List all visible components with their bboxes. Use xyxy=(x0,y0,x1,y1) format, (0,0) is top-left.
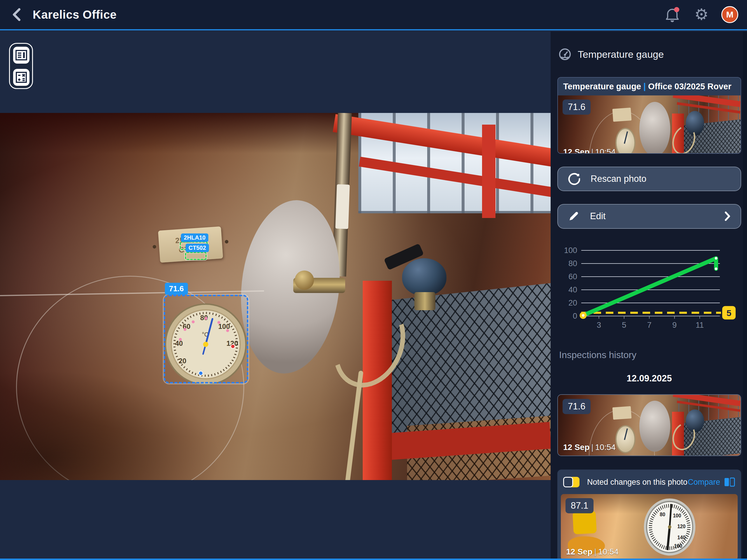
reading-badge: 87.1 xyxy=(566,498,594,513)
back-chevron-icon xyxy=(12,7,22,22)
trend-chart: 0204060801003579115 xyxy=(557,245,741,334)
timestamp: 12 Sep|10:54 xyxy=(563,147,616,154)
timestamp-time: 10:54 xyxy=(595,443,616,452)
timestamp-date: 12 Sep xyxy=(563,147,589,154)
timestamp-separator: | xyxy=(592,547,598,556)
inspection-photo[interactable]: 2HLA10 CT502 20 40 60 80 100 120 °C xyxy=(0,113,550,480)
sidebar-scrollbar[interactable] xyxy=(743,31,747,560)
gauge-icon xyxy=(559,48,571,61)
top-bar: Karelics Office ⚙ M xyxy=(0,0,747,30)
sidebar-title: Temperature gauge xyxy=(578,49,664,60)
annotation-code-label[interactable]: CT502 xyxy=(186,244,209,252)
x-tick-label: 5 xyxy=(622,321,626,329)
compare-label: Compare xyxy=(688,478,720,487)
scene-gauge-needle xyxy=(624,131,628,144)
current-card-header: Temperature gauge|Office 03/2025 Rover xyxy=(558,78,741,96)
reading-badge: 71.6 xyxy=(563,399,591,414)
reading-badge: 71.6 xyxy=(563,100,591,115)
avatar[interactable]: M xyxy=(721,6,738,23)
noted-changes-label: Noted changes on this photo xyxy=(587,478,688,487)
y-tick-label: 100 xyxy=(564,246,577,255)
svg-text:160: 160 xyxy=(674,543,682,549)
svg-text:120: 120 xyxy=(677,523,686,529)
noted-change-highlight-1 xyxy=(572,511,597,534)
current-card-name: Temperature gauge xyxy=(563,82,641,91)
y-tick-label: 80 xyxy=(568,259,577,268)
current-card-thumbnail[interactable]: 71.6 12 Sep|10:54 xyxy=(558,96,741,154)
timestamp-separator: | xyxy=(589,147,595,154)
noted-thumbnail[interactable]: 80 100 120 140 160 87.1 12 Sep|10:54 xyxy=(561,494,738,560)
trend-line xyxy=(583,258,716,315)
edit-button[interactable]: Edit xyxy=(557,204,741,229)
timestamp-time: 10:54 xyxy=(598,547,619,556)
edit-label: Edit xyxy=(590,211,606,222)
trend-point xyxy=(582,314,585,316)
chevron-right-icon xyxy=(724,211,731,221)
gear-icon: ⚙ xyxy=(694,7,709,23)
avatar-initial: M xyxy=(726,10,733,20)
noted-changes-toggle[interactable] xyxy=(563,477,579,487)
notification-dot xyxy=(674,7,679,12)
inspections-history-heading: Inspections history xyxy=(559,350,741,360)
report-list-icon xyxy=(16,50,27,60)
photo-view-controls xyxy=(9,43,33,89)
y-tick-label: 20 xyxy=(568,299,577,307)
notifications-button[interactable] xyxy=(663,5,681,24)
x-tick-label: 3 xyxy=(597,321,601,329)
annotation-reading-label[interactable]: 71.6 xyxy=(165,283,188,295)
annotation-green-box-2[interactable] xyxy=(185,252,207,260)
report-view-button[interactable] xyxy=(13,47,29,63)
history-item-2[interactable]: Noted changes on this photo Compare xyxy=(557,469,741,560)
toggle-off-segment xyxy=(563,477,573,487)
trend-chart-svg: 0204060801003579115 xyxy=(557,245,743,333)
app-root: Karelics Office ⚙ M xyxy=(0,0,747,560)
annotation-gauge-box[interactable] xyxy=(164,295,248,383)
bottom-accent-line xyxy=(0,559,747,560)
y-tick-label: 0 xyxy=(573,312,577,321)
trend-point xyxy=(715,267,718,270)
scene-gauge xyxy=(615,425,636,453)
y-tick-label: 40 xyxy=(568,285,577,294)
rescan-photo-button[interactable]: Rescan photo xyxy=(557,167,741,191)
settings-button[interactable]: ⚙ xyxy=(692,5,711,24)
page-title: Karelics Office xyxy=(33,8,117,21)
x-tick-label: 7 xyxy=(647,321,651,329)
history-date-group: 12.09.2025 xyxy=(557,373,741,384)
photo-pipe-tag xyxy=(335,184,350,229)
timestamp-time: 10:54 xyxy=(595,147,616,154)
history-item-1[interactable]: 71.6 12 Sep|10:54 xyxy=(557,394,741,456)
main-photo-area: 2HLA10 CT502 20 40 60 80 100 120 °C xyxy=(0,31,550,560)
x-tick-label: 11 xyxy=(696,321,704,329)
back-button[interactable] xyxy=(9,6,25,23)
timestamp: 12 Sep|10:54 xyxy=(563,443,616,452)
pencil-icon xyxy=(568,210,579,222)
photo-brass-knob xyxy=(295,271,314,290)
annotation-tag-label[interactable]: 2HLA10 xyxy=(181,233,208,242)
detail-sidebar: Temperature gauge Temperature gauge|Offi… xyxy=(550,31,747,560)
scene-plate xyxy=(612,406,631,419)
scene-plate xyxy=(612,108,632,122)
photo-sensor-head xyxy=(402,258,446,296)
current-measurement-card[interactable]: Temperature gauge|Office 03/2025 Rover xyxy=(557,77,741,154)
timestamp: 12 Sep|10:54 xyxy=(566,547,619,557)
svg-text:100: 100 xyxy=(673,512,681,518)
trend-point xyxy=(715,257,718,259)
calculator-view-button[interactable] xyxy=(13,69,29,86)
current-card-context: Office 03/2025 Rover xyxy=(648,82,731,91)
rescan-icon xyxy=(568,173,580,185)
scene-pale-disc xyxy=(639,401,670,452)
calculator-icon xyxy=(16,72,27,83)
scene-pale-disc xyxy=(639,102,670,154)
scene-gauge-needle xyxy=(624,428,628,440)
timestamp-separator: | xyxy=(589,443,595,452)
svg-text:80: 80 xyxy=(660,511,665,517)
rescan-label: Rescan photo xyxy=(591,174,646,184)
photo-sensor-neck xyxy=(414,292,435,310)
photo-red-upright xyxy=(482,125,495,218)
timestamp-date: 12 Sep xyxy=(563,443,589,452)
y-tick-label: 60 xyxy=(568,272,577,281)
threshold-badge-label: 5 xyxy=(727,308,731,317)
svg-text:140: 140 xyxy=(677,534,686,540)
compare-button[interactable]: Compare xyxy=(688,476,735,488)
noted-changes-header: Noted changes on this photo Compare xyxy=(561,474,738,490)
